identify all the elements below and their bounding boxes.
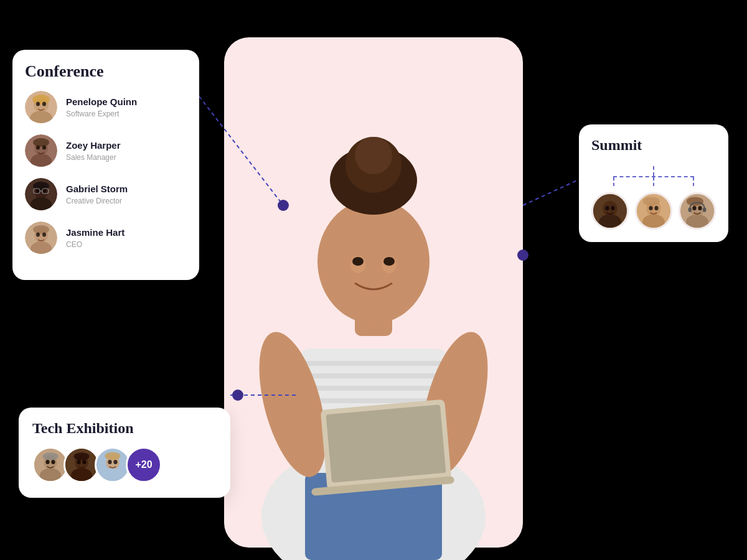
svg-point-15: [317, 199, 430, 324]
dot-conference: [278, 200, 289, 211]
conference-card: Conference Penelope Quinn Software Exper…: [12, 50, 199, 280]
svg-point-52: [42, 233, 46, 237]
person-name-zoey: Zoey Harper: [66, 139, 121, 152]
dot-tech: [232, 390, 243, 401]
person-role-gabriel: Creative Director: [66, 197, 128, 205]
avatar-summit-2: [635, 192, 672, 230]
scene: Conference Penelope Quinn Software Exper…: [0, 0, 747, 560]
svg-point-18: [355, 137, 392, 174]
avatar-penelope: [25, 91, 57, 123]
org-branches: [613, 177, 694, 186]
svg-point-41: [33, 182, 49, 190]
svg-point-36: [36, 146, 40, 150]
list-item: Jasmine Hart CEO: [25, 222, 187, 254]
svg-rect-5: [299, 361, 448, 366]
svg-rect-24: [326, 404, 446, 483]
plus-count-badge: +20: [126, 447, 162, 483]
svg-point-81: [73, 452, 89, 460]
person-info-penelope: Penelope Quinn Software Expert: [66, 96, 137, 118]
list-item: Gabriel Storm Creative Director: [25, 178, 187, 210]
svg-point-22: [383, 257, 395, 266]
center-person: [212, 25, 535, 560]
org-chart: [591, 166, 716, 186]
svg-point-50: [33, 225, 49, 234]
svg-point-57: [611, 206, 614, 210]
svg-point-35: [33, 138, 49, 147]
summit-avatar-group: [591, 192, 716, 230]
org-top-line: [653, 166, 654, 176]
avatar-summit-1: [591, 192, 629, 230]
person-name-gabriel: Gabriel Storm: [66, 183, 128, 195]
svg-point-76: [45, 460, 49, 464]
svg-point-31: [42, 102, 46, 106]
svg-rect-6: [299, 373, 448, 378]
tech-exhibition-title: Tech Exhibition: [32, 420, 217, 437]
person-info-zoey: Zoey Harper Sales Manager: [66, 139, 121, 162]
org-branch-right: [693, 177, 694, 186]
person-info-gabriel: Gabriel Storm Creative Director: [66, 183, 128, 205]
svg-point-88: [108, 460, 111, 464]
svg-rect-71: [703, 208, 706, 212]
person-role-zoey: Sales Manager: [66, 153, 121, 162]
summit-card: Summit: [579, 124, 728, 242]
avatar-summit-3: [679, 192, 716, 230]
svg-rect-70: [688, 208, 692, 212]
person-info-jasmine: Jasmine Hart CEO: [66, 226, 125, 249]
person-name-penelope: Penelope Quinn: [66, 96, 137, 108]
person-role-penelope: Software Expert: [66, 110, 137, 118]
avatar-gabriel: [25, 178, 57, 210]
svg-point-68: [692, 206, 696, 210]
org-branch-left: [613, 177, 614, 186]
tech-exhibition-card: Tech Exhibition: [19, 408, 230, 498]
summit-title: Summit: [591, 137, 716, 154]
person-illustration: [230, 50, 517, 560]
svg-point-82: [77, 460, 80, 464]
svg-point-37: [42, 146, 46, 150]
svg-point-87: [105, 452, 120, 460]
avatar-jasmine: [25, 222, 57, 254]
org-branch-center: [653, 177, 654, 186]
svg-point-62: [649, 206, 652, 210]
svg-point-21: [352, 257, 364, 266]
conference-title: Conference: [25, 62, 187, 81]
svg-point-89: [113, 460, 117, 464]
svg-point-63: [654, 206, 658, 210]
svg-point-67: [687, 197, 703, 206]
tech-avatar-group: +20: [32, 447, 217, 483]
svg-point-61: [643, 197, 660, 206]
svg-rect-7: [299, 386, 448, 391]
list-item: Penelope Quinn Software Expert: [25, 91, 187, 123]
svg-point-69: [698, 206, 702, 210]
org-horizontal: [613, 176, 694, 177]
svg-point-51: [36, 233, 40, 237]
svg-point-30: [36, 102, 40, 106]
svg-point-29: [32, 95, 50, 105]
person-role-jasmine: CEO: [66, 240, 125, 249]
person-name-jasmine: Jasmine Hart: [66, 226, 125, 239]
svg-point-75: [42, 452, 58, 460]
svg-point-83: [82, 460, 86, 464]
avatar-zoey: [25, 134, 57, 167]
svg-point-77: [51, 460, 55, 464]
svg-point-56: [605, 206, 609, 210]
dot-summit: [517, 250, 529, 261]
list-item: Zoey Harper Sales Manager: [25, 134, 187, 167]
